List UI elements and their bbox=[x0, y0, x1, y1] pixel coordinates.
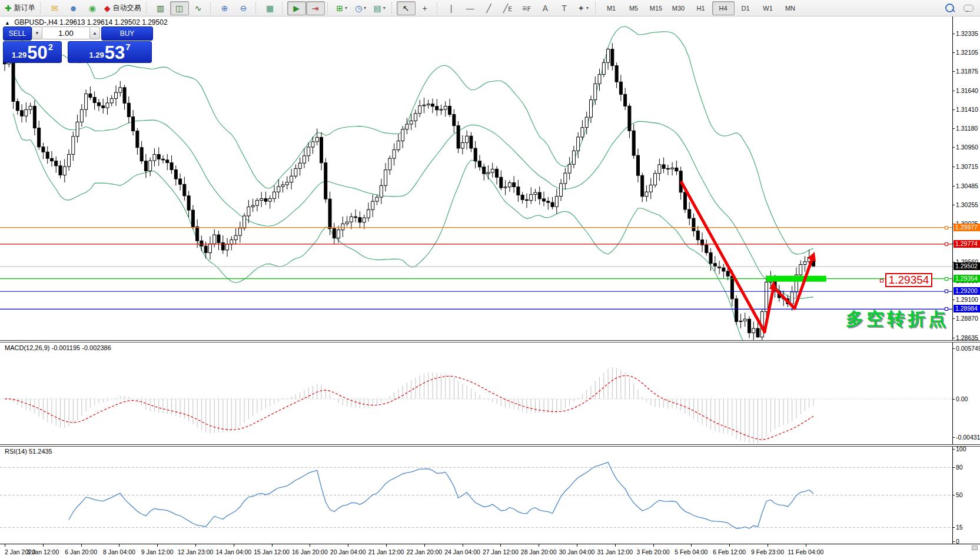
tf-w1-button[interactable]: W1 bbox=[757, 1, 779, 15]
channel-button[interactable]: ╱ᴇ bbox=[499, 1, 517, 15]
time-tick bbox=[768, 544, 768, 547]
price-level-label: 1.29774 bbox=[954, 240, 980, 248]
time-tick-label: 11 Feb 04:00 bbox=[788, 548, 823, 555]
time-tick bbox=[5, 544, 5, 547]
sell-button[interactable]: SELL bbox=[3, 26, 32, 41]
mailbox-button[interactable]: ✉ bbox=[45, 1, 64, 15]
candles-icon: ◫ bbox=[175, 4, 183, 12]
time-tick-label: 24 Jan 04:00 bbox=[444, 548, 480, 555]
tf-d1-button[interactable]: D1 bbox=[735, 1, 757, 15]
toolbar-separator bbox=[210, 2, 213, 14]
time-tick bbox=[577, 544, 577, 547]
rsi-tick bbox=[952, 467, 955, 468]
tf-m1-button[interactable]: M1 bbox=[600, 1, 623, 15]
chevron-down-icon[interactable]: ▾ bbox=[364, 5, 366, 11]
trendline-icon: ╱ bbox=[486, 4, 491, 12]
templates-button[interactable]: ▤▾ bbox=[370, 1, 389, 15]
tf-mn-button[interactable]: MN bbox=[779, 1, 802, 15]
autotrading-icon: ◆ bbox=[104, 4, 111, 12]
bar-chart-button[interactable]: ▥ bbox=[151, 1, 170, 15]
toolbar-separator bbox=[437, 2, 440, 14]
tile-windows-button[interactable]: ▦ bbox=[261, 1, 280, 15]
signals-button[interactable]: ◉ bbox=[83, 1, 102, 15]
price-tick bbox=[952, 205, 955, 205]
label-button[interactable]: T bbox=[555, 1, 574, 15]
auto-trading-button[interactable]: ◆自动交易 bbox=[102, 1, 144, 15]
auto-scroll-button[interactable]: ▶ bbox=[287, 1, 306, 15]
cursor-button[interactable]: ↖ bbox=[397, 1, 416, 15]
text-label-icon: T bbox=[562, 4, 567, 12]
rsi-tick bbox=[952, 449, 955, 450]
macd-tick bbox=[952, 399, 955, 400]
chat-button[interactable] bbox=[959, 1, 978, 15]
candlestick-button[interactable]: ◫ bbox=[170, 1, 189, 15]
mt4-window: ✚新订单✉☻◉◆自动交易▥◫∿⊕⊖▦▶⇥⊞▾◷▾▤▾↖+|—╱╱ᴇ≡ꜰAT✦▾M… bbox=[0, 0, 980, 559]
crosshair-button[interactable]: + bbox=[416, 1, 434, 15]
price-tick-label: 1.28870 bbox=[956, 315, 978, 322]
periods-button[interactable]: ◷▾ bbox=[351, 1, 370, 15]
macd-tick bbox=[952, 348, 955, 349]
volume-input[interactable] bbox=[42, 26, 89, 39]
time-tick-label: 3 Feb 20:00 bbox=[637, 548, 670, 555]
price-level-label: 1.29977 bbox=[954, 224, 980, 231]
time-tick-label: 9 Feb 23:00 bbox=[751, 548, 784, 555]
buy-price-pip: 7 bbox=[125, 42, 130, 52]
price-annotation-box[interactable]: 1.29354 bbox=[885, 273, 932, 287]
volume-down-button[interactable]: ▼ bbox=[32, 26, 42, 39]
trendline-button[interactable]: ╱ bbox=[480, 1, 499, 15]
time-tick-label: 12 Jan 23:00 bbox=[178, 548, 214, 555]
volume-up-button[interactable]: ▲ bbox=[89, 26, 100, 39]
time-tick-label: 5 Feb 04:00 bbox=[675, 548, 707, 555]
search-button[interactable] bbox=[940, 1, 959, 15]
price-tick bbox=[952, 318, 955, 319]
time-tick-label: 6 Feb 12:00 bbox=[713, 548, 746, 555]
pane-separator[interactable] bbox=[0, 340, 980, 342]
price-level-label: 1.28984 bbox=[954, 305, 980, 312]
community-button[interactable]: ☻ bbox=[64, 1, 83, 15]
toolbar-separator bbox=[282, 2, 285, 14]
price-tick bbox=[952, 128, 955, 129]
shapes-button[interactable]: ✦▾ bbox=[574, 1, 593, 15]
price-tick-label: 1.31180 bbox=[956, 125, 978, 132]
time-tick-label: 3 Jan 12:00 bbox=[26, 548, 59, 555]
macd-histogram bbox=[5, 367, 813, 444]
text-button[interactable]: A bbox=[536, 1, 555, 15]
chevron-down-icon[interactable]: ▾ bbox=[383, 5, 386, 11]
price-annotation-anchor bbox=[880, 279, 883, 282]
line-chart-button[interactable]: ∿ bbox=[189, 1, 208, 15]
indicators-button[interactable]: ⊞▾ bbox=[333, 1, 351, 15]
one-click-trading-panel: SELL ▼ ▲ BUY 1.29 50 2 1.29 53 7 bbox=[3, 26, 152, 63]
chart-shift-button[interactable]: ⇥ bbox=[306, 1, 325, 15]
tf-h4-button[interactable]: H4 bbox=[712, 1, 735, 15]
sell-price-tile[interactable]: 1.29 50 2 bbox=[3, 41, 62, 63]
horizontal-line-button[interactable]: — bbox=[461, 1, 480, 15]
fibonacci-button[interactable]: ≡ꜰ bbox=[517, 1, 536, 15]
pane-separator[interactable] bbox=[0, 444, 980, 447]
candles bbox=[4, 43, 815, 340]
chart-hscrollbar[interactable] bbox=[972, 545, 978, 550]
tf-h1-button[interactable]: H1 bbox=[690, 1, 712, 15]
zoom-out-button[interactable]: ⊖ bbox=[234, 1, 253, 15]
buy-price-tile[interactable]: 1.29 53 7 bbox=[68, 41, 152, 63]
zoom-in-button[interactable]: ⊕ bbox=[215, 1, 234, 15]
tf-m15-button[interactable]: M15 bbox=[645, 1, 667, 15]
time-tick bbox=[43, 544, 44, 547]
chat-icon bbox=[964, 5, 974, 12]
price-level-label: 1.29354 bbox=[954, 275, 980, 282]
tf-m30-button[interactable]: M30 bbox=[667, 1, 690, 15]
buy-button[interactable]: BUY bbox=[101, 26, 153, 41]
time-tick-label: 6 Jan 20:00 bbox=[65, 548, 97, 555]
tf-m5-button[interactable]: M5 bbox=[623, 1, 645, 15]
cursor-icon: ↖ bbox=[403, 4, 410, 12]
rsi-tick bbox=[952, 495, 955, 495]
new-order-button[interactable]: ✚新订单 bbox=[2, 1, 38, 15]
price-axis-line bbox=[952, 16, 953, 544]
buy-price-prefix: 1.29 bbox=[89, 51, 104, 59]
community-icon: ☻ bbox=[69, 4, 78, 12]
chevron-down-icon[interactable]: ▾ bbox=[345, 5, 347, 11]
chevron-down-icon[interactable]: ▾ bbox=[586, 5, 589, 11]
vertical-line-button[interactable]: | bbox=[442, 1, 461, 15]
time-tick bbox=[157, 544, 158, 547]
toolbar-separator bbox=[327, 2, 330, 14]
rsi-label: RSI(14) 51.2435 bbox=[5, 448, 52, 455]
